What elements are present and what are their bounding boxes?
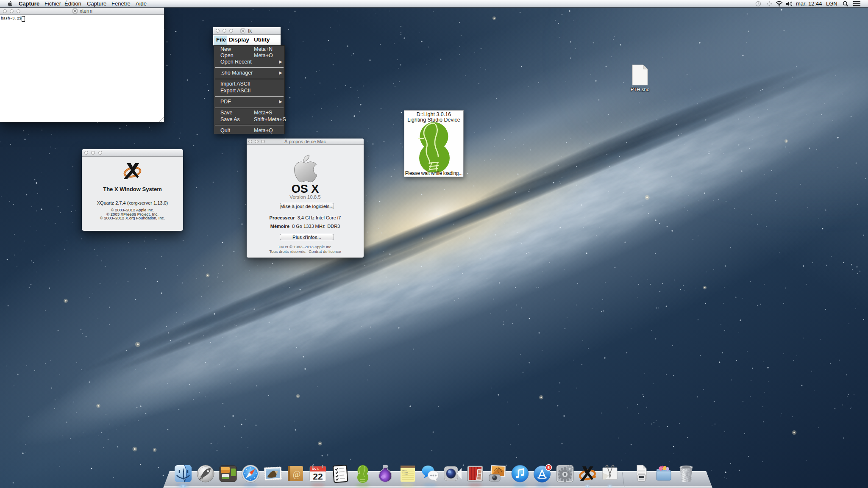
svg-text:5: 5 <box>548 465 550 470</box>
svg-text:22: 22 <box>313 471 323 481</box>
svg-text:@: @ <box>293 469 300 479</box>
